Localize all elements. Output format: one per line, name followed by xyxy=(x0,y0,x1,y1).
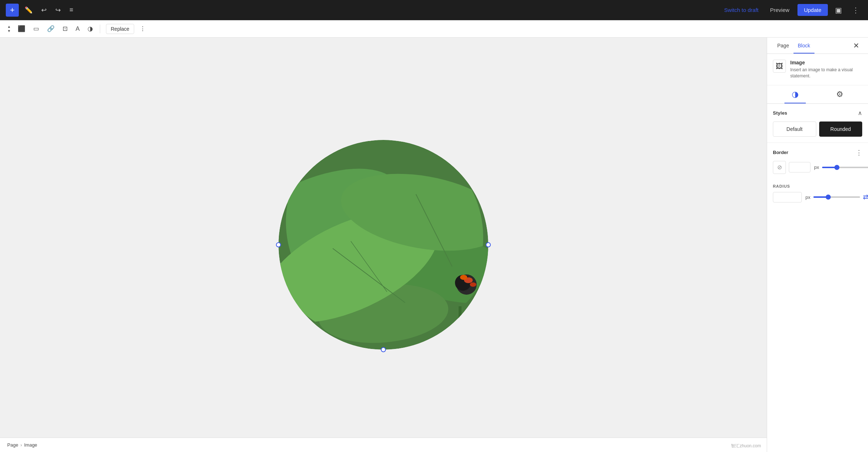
toolbar-right: Switch to draft Preview Update ▣ ⋮ xyxy=(720,4,862,17)
redo-icon: ↪ xyxy=(55,6,61,14)
block-type-icon: 🖼 xyxy=(773,60,786,73)
styles-collapse-button[interactable]: ∧ xyxy=(858,110,862,116)
more-vertical-icon: ⋮ xyxy=(852,6,859,14)
switch-to-draft-button[interactable]: Switch to draft xyxy=(720,5,762,15)
breadcrumb-separator: › xyxy=(20,442,22,448)
styles-section-title: Styles xyxy=(773,110,787,116)
border-section-title: Border xyxy=(773,150,788,155)
sub-tab-styles[interactable]: ◑ xyxy=(784,85,806,103)
contrast-icon: ◑ xyxy=(88,25,93,33)
view-toggle-button[interactable]: ▣ xyxy=(832,4,845,17)
contrast-button[interactable]: ◑ xyxy=(85,23,95,34)
block-description: Insert an image to make a visual stateme… xyxy=(790,67,862,79)
border-icon-box: ⊘ xyxy=(773,161,786,174)
block-info-text: Image Insert an image to make a visual s… xyxy=(790,60,862,79)
style-buttons-group: Default Rounded xyxy=(773,121,862,137)
edit-icon-button[interactable]: ✏️ xyxy=(22,4,35,16)
radius-input-row: px ⇄ xyxy=(773,192,862,202)
border-more-button[interactable]: ⋮ xyxy=(856,149,862,157)
svg-point-17 xyxy=(448,330,452,333)
radius-link-button[interactable]: ⇄ xyxy=(863,193,868,201)
style-rounded-button[interactable]: Rounded xyxy=(819,121,863,137)
top-toolbar: + ✏️ ↩ ↪ ≡ Switch to draft Preview Updat… xyxy=(0,0,868,20)
svg-point-14 xyxy=(470,282,476,287)
align-wide-icon: ▭ xyxy=(33,25,39,33)
resize-handle-left[interactable] xyxy=(276,242,281,247)
radius-section: RADIUS px ⇄ xyxy=(767,184,868,213)
toggle-view-icon: ▣ xyxy=(835,6,842,14)
undo-icon: ↩ xyxy=(41,6,47,14)
block-title: Image xyxy=(790,60,862,65)
resize-handle-bottom[interactable] xyxy=(381,347,386,352)
crop-icon: ⊡ xyxy=(63,25,68,33)
canvas-area: Page › Image 智汇zhuon.com xyxy=(0,38,767,452)
border-px-label: px xyxy=(814,165,819,170)
style-default-button[interactable]: Default xyxy=(773,121,816,137)
border-input-row: ⊘ px ⇄ xyxy=(773,161,862,174)
stepper-down[interactable]: ▼ xyxy=(6,29,12,33)
radius-slider[interactable] xyxy=(813,196,860,198)
radius-px-label: px xyxy=(805,195,810,200)
breadcrumb-page[interactable]: Page xyxy=(7,442,18,448)
styles-half-circle-icon: ◑ xyxy=(792,90,799,99)
align-left-icon: ⬛ xyxy=(18,25,25,33)
add-block-button[interactable]: + xyxy=(6,4,19,17)
stepper-up[interactable]: ▲ xyxy=(6,25,12,29)
undo-button[interactable]: ↩ xyxy=(38,4,50,16)
block-more-button[interactable]: ⋮ xyxy=(137,23,148,34)
more-horizontal-icon: ⋮ xyxy=(140,25,146,33)
crop-button[interactable]: ⊡ xyxy=(60,23,70,34)
link-button[interactable]: 🔗 xyxy=(44,23,57,34)
sidebar-close-button[interactable]: ✕ xyxy=(850,38,862,54)
breadcrumb: Page › Image 智汇zhuon.com xyxy=(0,438,767,452)
sub-tab-settings[interactable]: ⚙ xyxy=(829,85,851,103)
list-view-button[interactable]: ≡ xyxy=(67,4,76,16)
secondary-toolbar: ▲ ▼ ⬛ ▭ 🔗 ⊡ A ◑ Replace ⋮ xyxy=(0,20,868,38)
toolbar-divider xyxy=(100,25,100,33)
radius-px-input[interactable] xyxy=(773,192,802,202)
tab-page[interactable]: Page xyxy=(773,38,793,54)
redo-button[interactable]: ↪ xyxy=(52,4,64,16)
radius-link-icon: ⇄ xyxy=(863,193,868,201)
settings-gear-icon: ⚙ xyxy=(836,90,843,99)
svg-point-13 xyxy=(460,275,467,280)
align-left-button[interactable]: ⬛ xyxy=(15,23,28,34)
styles-section-header: Styles ∧ xyxy=(773,110,862,116)
svg-point-16 xyxy=(461,326,465,330)
image-svg xyxy=(278,140,488,350)
breadcrumb-image[interactable]: Image xyxy=(24,442,37,448)
border-slider[interactable] xyxy=(822,167,868,168)
border-slider-wrap xyxy=(822,167,868,168)
list-icon: ≡ xyxy=(69,6,73,14)
align-wide-button[interactable]: ▭ xyxy=(31,23,42,34)
image-size-stepper[interactable]: ▲ ▼ xyxy=(6,25,12,33)
text-a-icon: A xyxy=(76,25,80,33)
block-info: 🖼 Image Insert an image to make a visual… xyxy=(767,54,868,85)
tab-block[interactable]: Block xyxy=(793,38,814,54)
update-button[interactable]: Update xyxy=(797,4,828,16)
styles-section: Styles ∧ Default Rounded xyxy=(767,104,868,142)
sidebar-tabs: Page Block ✕ xyxy=(767,38,868,54)
right-sidebar: Page Block ✕ 🖼 Image Insert an image to … xyxy=(767,38,868,452)
svg-point-18 xyxy=(457,338,462,343)
image-block[interactable] xyxy=(278,140,488,350)
replace-button[interactable]: Replace xyxy=(106,24,134,34)
link-icon: 🔗 xyxy=(47,25,55,33)
more-options-button[interactable]: ⋮ xyxy=(849,4,862,17)
image-block-icon: 🖼 xyxy=(776,62,783,71)
preview-button[interactable]: Preview xyxy=(766,5,793,15)
watermark-text: 智汇zhuon.com xyxy=(731,443,761,449)
circular-image xyxy=(278,140,488,350)
sub-tabs: ◑ ⚙ xyxy=(767,85,868,104)
border-section-header: Border ⋮ xyxy=(773,149,862,157)
border-section: Border ⋮ ⊘ px ⇄ xyxy=(767,142,868,184)
no-border-icon: ⊘ xyxy=(777,164,782,171)
border-px-input[interactable] xyxy=(789,162,810,172)
toolbar-left: + ✏️ ↩ ↪ ≡ xyxy=(6,4,76,17)
radius-slider-wrap xyxy=(813,196,860,198)
svg-rect-19 xyxy=(459,306,461,335)
text-overlay-button[interactable]: A xyxy=(73,24,82,34)
main-layout: Page › Image 智汇zhuon.com Page Block ✕ 🖼 … xyxy=(0,38,868,452)
resize-handle-right[interactable] xyxy=(486,242,491,247)
svg-point-15 xyxy=(453,332,459,338)
